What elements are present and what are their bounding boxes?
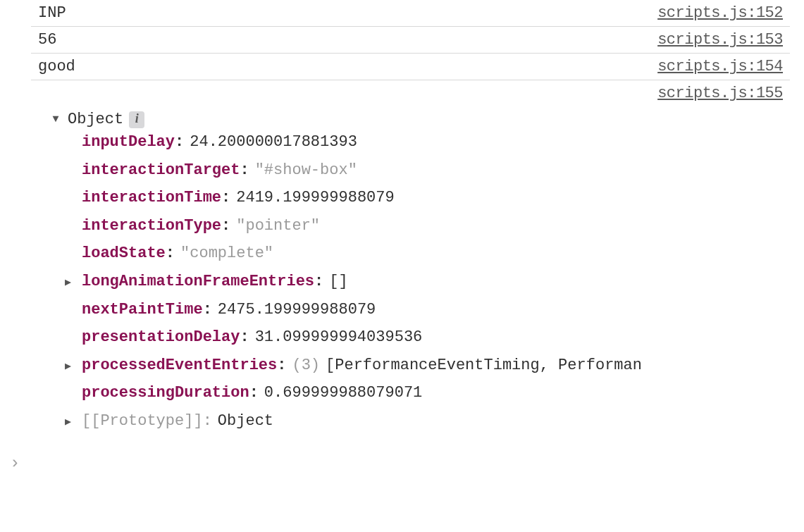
prop-key: [[Prototype]] [82, 407, 203, 435]
prop-interaction-time[interactable]: interactionTime: 2419.199999988079 [82, 184, 783, 212]
prop-long-animation-frame-entries[interactable]: ▶ longAnimationFrameEntries: [] [82, 268, 783, 296]
log-message: good [38, 58, 75, 75]
object-properties: inputDelay: 24.200000017881393 interacti… [38, 128, 783, 435]
object-header[interactable]: Object i [38, 111, 783, 128]
prop-value: 24.200000017881393 [190, 128, 357, 156]
array-length: (3) [292, 352, 320, 380]
object-log: scripts.js:155 Object i inputDelay: 24.2… [31, 80, 790, 451]
prop-key: longAnimationFrameEntries [82, 268, 314, 296]
log-row: INP scripts.js:152 [31, 0, 790, 27]
prop-interaction-type[interactable]: interactionType: "pointer" [82, 212, 783, 240]
prop-value: Object [218, 407, 273, 435]
prop-key: interactionTarget [82, 156, 240, 185]
chevron-right-icon [10, 454, 20, 473]
disclosure-triangle-icon[interactable]: ▶ [65, 413, 82, 432]
prop-interaction-target[interactable]: interactionTarget: "#show-box" [82, 156, 783, 185]
console-prompt[interactable] [0, 451, 804, 473]
prop-value: [] [329, 268, 347, 296]
prop-key: processingDuration [82, 379, 249, 407]
info-icon[interactable]: i [129, 111, 144, 128]
prop-value: 0.699999988079071 [264, 379, 422, 407]
prop-value: [PerformanceEventTiming, Performan [326, 352, 642, 380]
prop-load-state[interactable]: loadState: "complete" [82, 240, 783, 268]
prop-key: interactionTime [82, 184, 221, 212]
prop-next-paint-time[interactable]: nextPaintTime: 2475.199999988079 [82, 296, 783, 324]
prop-processing-duration[interactable]: processingDuration: 0.699999988079071 [82, 379, 783, 407]
source-link[interactable]: scripts.js:153 [657, 31, 783, 49]
source-link[interactable]: scripts.js:155 [657, 85, 783, 102]
prop-value: 2475.199999988079 [218, 296, 376, 324]
prop-key: processedEventEntries [82, 352, 277, 380]
object-label: Object [68, 111, 123, 128]
log-message: 56 [38, 31, 56, 49]
disclosure-triangle-icon[interactable]: ▶ [65, 273, 82, 292]
prop-key: interactionType [82, 212, 221, 240]
prop-processed-event-entries[interactable]: ▶ processedEventEntries: (3) [Performanc… [82, 352, 783, 380]
prop-key: nextPaintTime [82, 296, 203, 324]
log-row: good scripts.js:154 [31, 54, 790, 80]
prop-value: 31.099999994039536 [255, 323, 423, 352]
prop-presentation-delay[interactable]: presentationDelay: 31.099999994039536 [82, 323, 783, 352]
disclosure-triangle-icon[interactable]: ▶ [65, 357, 82, 376]
source-link[interactable]: scripts.js:152 [657, 4, 783, 22]
prop-prototype[interactable]: ▶ [[Prototype]]: Object [82, 407, 783, 435]
prop-key: presentationDelay [82, 323, 240, 352]
prop-value: 2419.199999988079 [236, 184, 394, 212]
disclosure-triangle-icon[interactable] [49, 113, 62, 125]
prop-key: loadState [82, 240, 166, 268]
log-message: INP [38, 4, 66, 22]
prop-value: "#show-box" [255, 156, 357, 185]
log-row: 56 scripts.js:153 [31, 27, 790, 54]
prop-value: "complete" [180, 240, 273, 268]
prop-key: inputDelay [82, 128, 175, 156]
prop-value: "pointer" [236, 212, 320, 240]
prop-input-delay[interactable]: inputDelay: 24.200000017881393 [82, 128, 783, 156]
console-output: INP scripts.js:152 56 scripts.js:153 goo… [0, 0, 804, 451]
source-link[interactable]: scripts.js:154 [657, 58, 783, 75]
